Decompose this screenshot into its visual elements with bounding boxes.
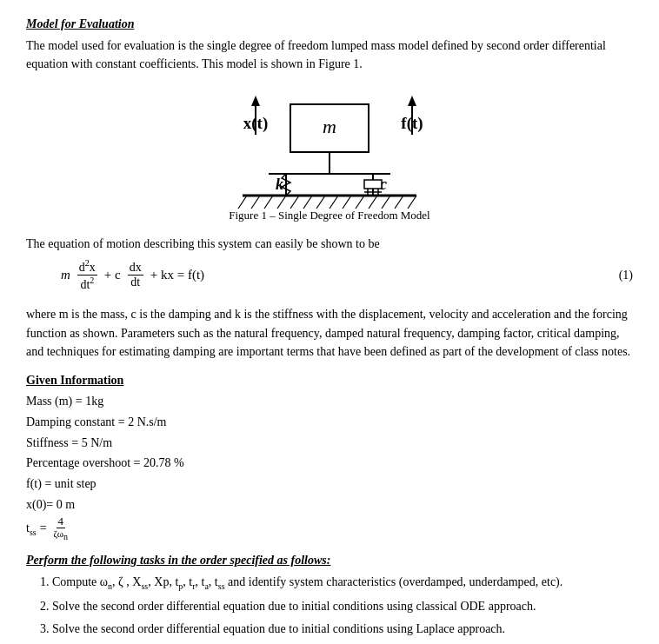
model-title: Model for Evaluation (26, 17, 633, 31)
svg-line-1 (238, 196, 247, 209)
eq-m: m (61, 268, 70, 282)
svg-rect-30 (364, 180, 382, 189)
tss-label: tss (26, 518, 37, 540)
given-section: Given Information Mass (m) = 1kg Damping… (26, 374, 633, 541)
task-3-text: Solve the second order differential equa… (52, 622, 505, 635)
svg-line-13 (395, 196, 403, 209)
equation-section: The equation of motion describing this s… (26, 235, 633, 293)
eq-den-dt: dt (129, 276, 142, 290)
eq-num-dx: dx (128, 261, 143, 276)
svg-line-10 (356, 196, 364, 209)
svg-line-3 (264, 196, 273, 209)
eq-fraction-dx: dx dt (128, 261, 143, 291)
eq-den-dt2: dt2 (78, 276, 96, 292)
svg-line-9 (343, 196, 351, 209)
eq-plus2: + kx = f(t) (150, 268, 204, 282)
given-item-damping: Damping constant = 2 N.s/m (26, 412, 633, 433)
given-title: Given Information (26, 374, 633, 388)
given-item-stiffness: Stiffness = 5 N/m (26, 433, 633, 454)
equation-number: (1) (619, 269, 633, 282)
task-2-text: Solve the second order differential equa… (52, 600, 536, 613)
figure-caption: Figure 1 – Single Degree of Freedom Mode… (229, 209, 429, 222)
svg-line-4 (277, 196, 286, 209)
task-item-2: Solve the second order differential equa… (52, 597, 633, 616)
equation-intro: The equation of motion describing this s… (26, 235, 633, 253)
given-item-mass: Mass (m) = 1kg (26, 391, 633, 412)
svg-line-14 (408, 196, 416, 209)
svg-line-12 (382, 196, 390, 209)
task-item-1: Compute ωn, ζ , Xss, Xp, tp, tr, ta, tss… (52, 573, 633, 594)
eq-num-d2x: d2x (77, 258, 97, 276)
equation-math: m d2x dt2 + c dx dt + kx = f(t) (61, 258, 204, 293)
desc-text: where m is the mass, c is the damping an… (26, 305, 633, 362)
given-item-ft: f(t) = unit step (26, 474, 633, 495)
svg-line-8 (330, 196, 338, 209)
tss-numerator: 4 (57, 515, 66, 528)
tss-equals: = (40, 518, 47, 539)
tasks-list: Compute ωn, ζ , Xss, Xp, tp, tr, ta, tss… (52, 573, 633, 640)
svg-marker-19 (251, 96, 260, 106)
tss-denominator: ζωn (52, 528, 70, 541)
tasks-section: Perform the following tasks in the order… (26, 554, 633, 640)
given-item-x0: x(0)= 0 m (26, 495, 633, 515)
eq-fraction-d2x: d2x dt2 (77, 258, 97, 293)
given-item-tss: tss = 4 ζωn (26, 515, 633, 541)
given-item-overshoot: Percentage overshoot = 20.78 % (26, 453, 633, 474)
svg-marker-22 (408, 96, 416, 106)
intro-text: The model used for evaluation is the sin… (26, 37, 633, 73)
page-container: Model for Evaluation The model used for … (26, 17, 633, 640)
task-1-text: Compute ωn, ζ , Xss, Xp, tp, tr, ta, tss… (52, 575, 562, 588)
svg-line-5 (290, 196, 299, 209)
sdof-diagram: m x(t) f(t) k (182, 87, 477, 209)
eq-plus1: + c (104, 268, 121, 282)
tasks-title: Perform the following tasks in the order… (26, 554, 633, 568)
tss-fraction: 4 ζωn (52, 515, 70, 541)
svg-line-11 (369, 196, 377, 209)
svg-line-6 (303, 196, 312, 209)
svg-line-7 (316, 196, 325, 209)
svg-text:m: m (323, 116, 336, 137)
figure-container: m x(t) f(t) k (26, 87, 633, 222)
task-item-3: Solve the second order differential equa… (52, 620, 633, 639)
svg-line-2 (251, 196, 260, 209)
equation-line: m d2x dt2 + c dx dt + kx = f(t) (1) (61, 258, 633, 293)
